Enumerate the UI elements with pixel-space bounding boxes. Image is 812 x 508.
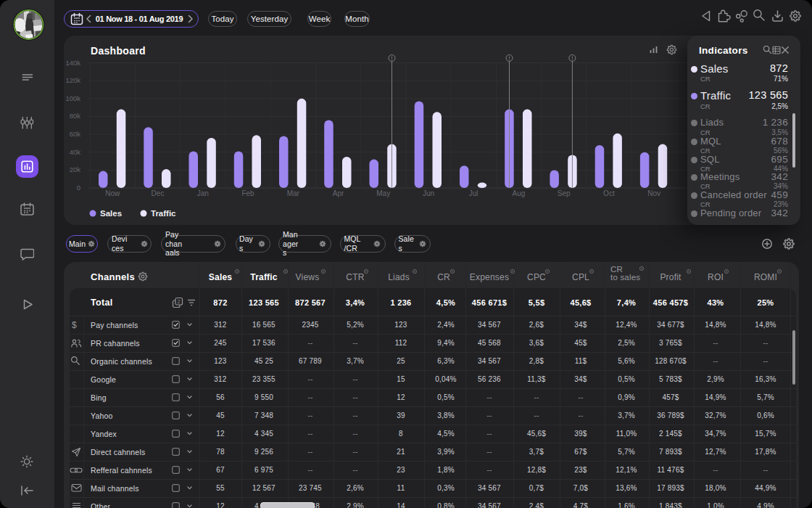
svg-text:Jul: Jul — [469, 189, 478, 197]
svg-text:Sales: Sales — [100, 209, 122, 218]
svg-text:0: 0 — [77, 184, 80, 192]
svg-text:Now: Now — [105, 189, 120, 197]
svg-text:80k: 80k — [70, 112, 81, 120]
svg-text:Mar: Mar — [287, 189, 300, 197]
svg-text:Feb: Feb — [241, 189, 254, 197]
svg-text:2: 2 — [178, 298, 181, 305]
svg-text:Jun: Jun — [423, 189, 434, 197]
svg-text:Sep: Sep — [558, 189, 571, 197]
svg-text:Oct: Oct — [603, 189, 615, 197]
svg-text:Nov: Nov — [647, 189, 660, 197]
svg-text:Apr: Apr — [333, 189, 344, 197]
svg-text:140k: 140k — [65, 59, 80, 67]
svg-text:120k: 120k — [65, 76, 80, 84]
svg-text:60k: 60k — [70, 130, 81, 138]
svg-text:Jan: Jan — [197, 189, 209, 197]
svg-text:Traffic: Traffic — [151, 209, 176, 218]
svg-text:40k: 40k — [70, 148, 81, 156]
svg-text:100k: 100k — [65, 94, 80, 102]
svg-text:Aug: Aug — [513, 189, 526, 197]
svg-text:Dec: Dec — [152, 189, 165, 197]
svg-text:May: May — [376, 189, 390, 197]
svg-text:20k: 20k — [70, 165, 81, 173]
